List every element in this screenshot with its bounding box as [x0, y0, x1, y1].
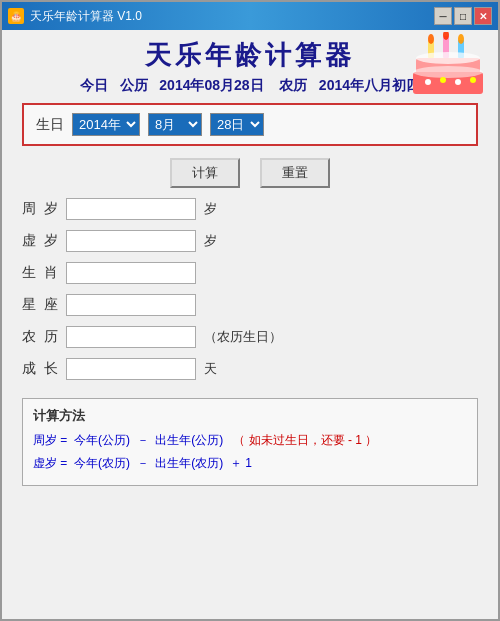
- nonli-label: 农历: [22, 328, 58, 346]
- minimize-button[interactable]: ─: [434, 7, 452, 25]
- svg-point-11: [440, 77, 446, 83]
- xingzuo-label: 星座: [22, 296, 58, 314]
- xusui-row: 虚岁 岁: [22, 230, 478, 252]
- nonli-row: 农历 （农历生日）: [22, 326, 478, 348]
- birthday-label: 生日: [36, 116, 64, 134]
- chengzhang-input[interactable]: [66, 358, 196, 380]
- button-row: 计算 重置: [2, 158, 498, 188]
- lunar-date: 2014年八月初四: [319, 77, 420, 93]
- window-controls: ─ □ ✕: [434, 7, 492, 25]
- method-line-1: 周岁 = 今年(公历) － 出生年(公历) （ 如未过生日，还要 - 1 ）: [33, 431, 467, 450]
- svg-point-5: [458, 34, 464, 44]
- today-label: 今日: [80, 77, 108, 93]
- window-title: 天乐年龄计算器 V1.0: [30, 8, 142, 25]
- nonli-input[interactable]: [66, 326, 196, 348]
- svg-point-10: [425, 79, 431, 85]
- svg-point-13: [470, 77, 476, 83]
- title-bar: 🎂 天乐年龄计算器 V1.0 ─ □ ✕: [2, 2, 498, 30]
- svg-point-12: [455, 79, 461, 85]
- birthday-section: 生日 2014年 2013年 2012年 2011年 2010年 1月2月3月4…: [22, 103, 478, 146]
- close-button[interactable]: ✕: [474, 7, 492, 25]
- zhousui-unit: 岁: [204, 200, 217, 218]
- content-area: 天乐年龄计算器 今日 公历 2014年08月28日 农历 2014年八月初四 生…: [2, 30, 498, 619]
- date-info: 今日 公历 2014年08月28日 农历 2014年八月初四: [80, 77, 420, 95]
- svg-point-9: [413, 66, 483, 78]
- zhousui-label: 周岁: [22, 200, 58, 218]
- year-select[interactable]: 2014年 2013年 2012年 2011年 2010年: [72, 113, 140, 136]
- app-icon: 🎂: [8, 8, 24, 24]
- calc-method-title: 计算方法: [33, 407, 467, 425]
- shengxiao-row: 生肖: [22, 262, 478, 284]
- reset-button[interactable]: 重置: [260, 158, 330, 188]
- zhousui-row: 周岁 岁: [22, 198, 478, 220]
- xusui-input[interactable]: [66, 230, 196, 252]
- zhousui-input[interactable]: [66, 198, 196, 220]
- maximize-button[interactable]: □: [454, 7, 472, 25]
- fields-area: 周岁 岁 虚岁 岁 生肖 星座 农历 （农历生日）: [2, 198, 498, 390]
- chengzhang-label: 成长: [22, 360, 58, 378]
- calculate-button[interactable]: 计算: [170, 158, 240, 188]
- nonli-unit: （农历生日）: [204, 328, 282, 346]
- calc-method-box: 计算方法 周岁 = 今年(公历) － 出生年(公历) （ 如未过生日，还要 - …: [22, 398, 478, 486]
- formula-1: 周岁 = 今年(公历) － 出生年(公历): [33, 433, 230, 447]
- solar-date: 2014年08月28日: [159, 77, 263, 93]
- main-window: 🎂 天乐年龄计算器 V1.0 ─ □ ✕: [0, 0, 500, 621]
- chengzhang-unit: 天: [204, 360, 217, 378]
- svg-point-8: [416, 52, 480, 64]
- xusui-unit: 岁: [204, 232, 217, 250]
- method-line-2: 虚岁 = 今年(农历) － 出生年(农历) ＋ 1: [33, 454, 467, 473]
- shengxiao-label: 生肖: [22, 264, 58, 282]
- formula-2: 虚岁 = 今年(农历) － 出生年(农历) ＋ 1: [33, 456, 252, 470]
- cake-decoration: [408, 32, 488, 102]
- shengxiao-input[interactable]: [66, 262, 196, 284]
- xusui-label: 虚岁: [22, 232, 58, 250]
- app-title: 天乐年龄计算器: [145, 38, 355, 73]
- solar-label: 公历: [120, 77, 148, 93]
- xingzuo-row: 星座: [22, 294, 478, 316]
- chengzhang-row: 成长 天: [22, 358, 478, 380]
- header-area: 天乐年龄计算器 今日 公历 2014年08月28日 农历 2014年八月初四: [2, 30, 498, 103]
- xingzuo-input[interactable]: [66, 294, 196, 316]
- svg-point-3: [428, 34, 434, 44]
- note-1: （ 如未过生日，还要 - 1 ）: [233, 433, 377, 447]
- title-bar-left: 🎂 天乐年龄计算器 V1.0: [8, 8, 142, 25]
- day-select[interactable]: 1日2日3日4日 5日6日7日8日 9日10日11日12日 13日14日15日1…: [210, 113, 264, 136]
- month-select[interactable]: 1月2月3月4月 5月6月7月8月 9月10月11月12月: [148, 113, 202, 136]
- lunar-label: 农历: [279, 77, 307, 93]
